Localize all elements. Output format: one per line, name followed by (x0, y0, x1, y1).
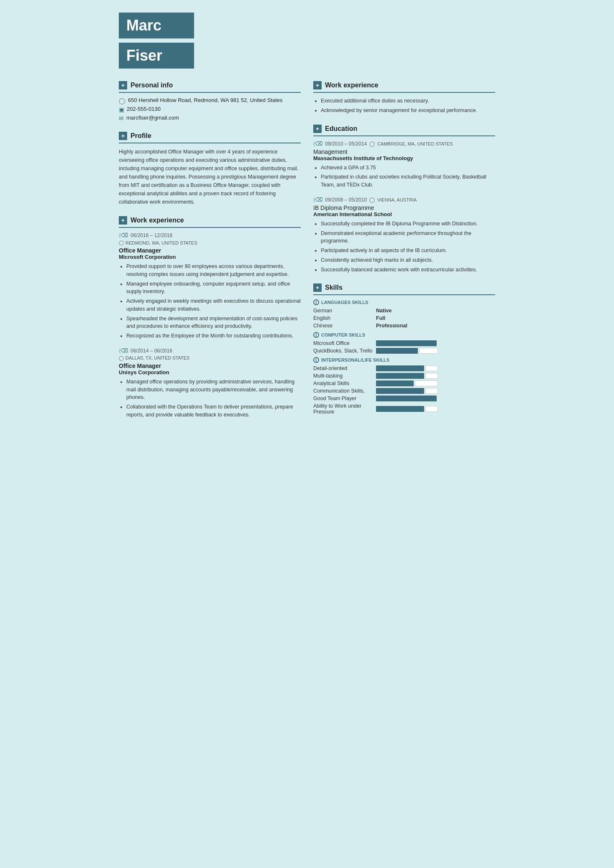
skill-msoffice: Microsoft Office (313, 340, 495, 346)
phone-row: ▣ 202-555-0130 (119, 106, 301, 113)
location-icon-edu2: ◯ (369, 197, 375, 203)
bar-empty (425, 406, 438, 412)
bar-filled (376, 388, 424, 394)
phone-icon: ▣ (119, 106, 124, 113)
list-item: Recognized as the Employee of the Month … (126, 332, 301, 340)
personal-info-section: + Personal info ◯ 650 Hershell Hollow Ro… (119, 81, 301, 122)
profile-icon: + (119, 132, 127, 140)
list-item: Participated actively in all aspects of … (321, 247, 495, 255)
education-header: + Education (313, 125, 495, 136)
job-unisys-bullets: Managed office operations by providing a… (119, 378, 301, 419)
bar-filled (376, 373, 424, 379)
skill-communication: Communication Skills, (313, 388, 495, 394)
list-item: Executed additional office duties as nec… (321, 97, 495, 105)
skill-chinese: Chinese Professional (313, 323, 495, 329)
name-block: Marc Fiser (119, 13, 495, 69)
location-icon-2: ◯ (119, 355, 124, 361)
job-microsoft-dates: 〈⌫ 06/2016 – 12/2018 (119, 232, 301, 239)
email-icon: ✉ (119, 115, 124, 122)
job-unisys-dates: 〈⌫ 06/2014 – 06/2016 (119, 347, 301, 354)
work-experience-left-section: + Work experience 〈⌫ 06/2016 – 12/2018 ◯… (119, 216, 301, 419)
list-item: Managed employee onboarding, computer eq… (126, 280, 301, 296)
bar-filled (376, 396, 437, 401)
work-exp-left-header: + Work experience (119, 216, 301, 228)
edu-mit-dates: 〈⌫ 09/2010 – 05/2014 ◯ CAMBRIDGE, MA, UN… (313, 140, 495, 147)
skills-header: + Skills (313, 283, 495, 295)
bar-filled (376, 365, 424, 371)
job-microsoft: 〈⌫ 06/2016 – 12/2018 ◯ REDMOND, WA, UNIT… (119, 232, 301, 340)
edu-ais-dates: 〈⌫ 09/2008 – 05/2010 ◯ VIENNA, AUSTRIA (313, 197, 495, 203)
skills-title: Skills (325, 284, 343, 291)
skill-detail-bar (376, 365, 438, 371)
skills-icon: + (313, 283, 322, 292)
work-exp-right-header: + Work experience (313, 81, 495, 93)
job-microsoft-bullets: Provided support to over 80 employees ac… (119, 263, 301, 340)
phone-text: 202-555-0130 (127, 106, 161, 112)
edu-ais-bullets: Successfully completed the IB Diploma Pr… (313, 220, 495, 274)
header: Marc Fiser (119, 13, 495, 69)
list-item: Successfully balanced academic work with… (321, 266, 495, 274)
work-exp-right-title: Work experience (325, 82, 379, 89)
education-icon: + (313, 125, 322, 133)
email-row: ✉ marcfiser@gmail.com (119, 115, 301, 122)
profile-text: Highly accomplished Office Manager with … (119, 148, 301, 206)
skill-quickbooks: QuickBooks, Slack, Trello (313, 348, 495, 354)
interpersonal-category-icon: i (313, 357, 319, 363)
edu-ais: 〈⌫ 09/2008 – 05/2010 ◯ VIENNA, AUSTRIA I… (313, 197, 495, 274)
location-icon-1: ◯ (119, 240, 124, 245)
job-microsoft-company: Microsoft Corporation (119, 254, 301, 260)
edu-ais-school: American International School (313, 211, 495, 217)
bar-empty (425, 365, 438, 371)
skill-work-under-pressure: Ability to Work under Pressure (313, 403, 495, 415)
skill-communication-bar (376, 388, 438, 394)
list-item: Acknowledged by senior management for ex… (321, 107, 495, 115)
bar-empty (425, 388, 438, 394)
main-columns: + Personal info ◯ 650 Hershell Hollow Ro… (119, 81, 495, 429)
calendar-icon-edu1: 〈⌫ (313, 140, 322, 147)
languages-category-icon: i (313, 299, 319, 305)
bar-filled (376, 406, 424, 412)
email-text: marcfiser@gmail.com (126, 115, 179, 121)
list-item: Successfully completed the IB Diploma Pr… (321, 220, 495, 228)
education-title: Education (325, 125, 357, 133)
profile-section: + Profile Highly accomplished Office Man… (119, 132, 301, 206)
edu-mit: 〈⌫ 09/2010 – 05/2014 ◯ CAMBRIDGE, MA, UN… (313, 140, 495, 189)
bar-filled (376, 348, 418, 354)
list-item: Managed office operations by providing a… (126, 378, 301, 401)
work-exp-left-icon: + (119, 216, 127, 225)
location-icon: ◯ (119, 97, 125, 104)
work-exp-right-icon: + (313, 81, 322, 89)
work-exp-right-bullets: Executed additional office duties as nec… (313, 97, 495, 115)
edu-mit-degree: Management (313, 148, 495, 155)
list-item: Participated in clubs and societies incl… (321, 173, 495, 189)
address-text: 650 Hershell Hollow Road, Redmond, WA 98… (128, 97, 283, 103)
left-column: + Personal info ◯ 650 Hershell Hollow Ro… (119, 81, 301, 429)
computer-category-icon: i (313, 332, 319, 338)
skill-teamplayer-bar (376, 396, 437, 401)
location-icon-edu1: ◯ (369, 141, 375, 147)
skill-quickbooks-bar (376, 348, 438, 354)
skill-pressure-bar (376, 406, 438, 412)
job-unisys: 〈⌫ 06/2014 – 06/2016 ◯ DALLAS, TX, UNITE… (119, 347, 301, 419)
profile-header: + Profile (119, 132, 301, 143)
calendar-icon-1: 〈⌫ (119, 232, 128, 239)
first-name: Marc (119, 13, 194, 38)
skill-multitasking: Multi-tasking (313, 373, 495, 379)
skill-msoffice-bar (376, 340, 437, 346)
list-item: Actively engaged in weekly meetings with… (126, 297, 301, 313)
skill-english: English Full (313, 315, 495, 321)
job-unisys-location: ◯ DALLAS, TX, UNITED STATES (119, 355, 301, 361)
right-column: + Work experience Executed additional of… (313, 81, 495, 429)
bar-empty (425, 373, 438, 379)
personal-info-header: + Personal info (119, 81, 301, 93)
skill-analytical: Analytical Skills (313, 380, 495, 386)
bar-empty (415, 380, 438, 386)
resume-page: Marc Fiser + Personal info ◯ 650 Hershel… (119, 13, 495, 429)
work-exp-left-title: Work experience (130, 217, 184, 224)
languages-label: i LANGUAGES SKILLS (313, 299, 495, 305)
calendar-icon-2: 〈⌫ (119, 347, 128, 354)
bar-filled (376, 340, 437, 346)
list-item: Provided support to over 80 employees ac… (126, 263, 301, 278)
skills-section: + Skills i LANGUAGES SKILLS German Nativ… (313, 283, 495, 415)
personal-info-title: Personal info (130, 82, 173, 89)
